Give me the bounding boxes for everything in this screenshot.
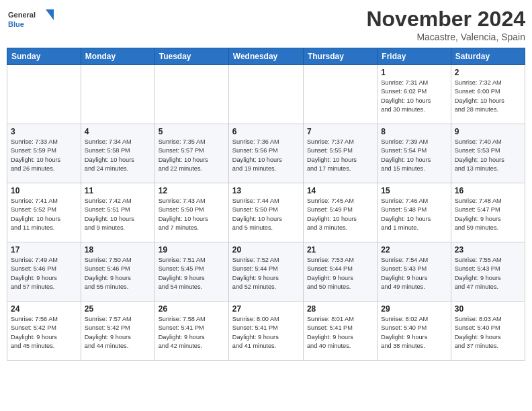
calendar-cell: 1Sunrise: 7:31 AM Sunset: 6:02 PM Daylig… xyxy=(378,65,451,124)
calendar-week-5: 24Sunrise: 7:56 AM Sunset: 5:42 PM Dayli… xyxy=(7,302,525,361)
day-number: 5 xyxy=(159,127,225,136)
svg-text:Blue: Blue xyxy=(8,20,24,28)
day-info: Sunrise: 7:33 AM Sunset: 5:59 PM Dayligh… xyxy=(11,138,77,173)
day-number: 27 xyxy=(232,304,300,314)
weekday-header-wednesday: Wednesday xyxy=(228,48,303,65)
day-info: Sunrise: 7:54 AM Sunset: 5:43 PM Dayligh… xyxy=(381,256,447,291)
calendar-cell: 6Sunrise: 7:36 AM Sunset: 5:56 PM Daylig… xyxy=(228,124,303,183)
day-number: 28 xyxy=(307,304,373,314)
calendar-cell: 7Sunrise: 7:37 AM Sunset: 5:55 PM Daylig… xyxy=(303,124,377,183)
day-number: 15 xyxy=(381,186,447,195)
day-number: 14 xyxy=(307,186,373,195)
calendar-week-3: 10Sunrise: 7:41 AM Sunset: 5:52 PM Dayli… xyxy=(7,183,525,242)
day-info: Sunrise: 7:43 AM Sunset: 5:50 PM Dayligh… xyxy=(159,197,225,232)
calendar-cell: 21Sunrise: 7:53 AM Sunset: 5:44 PM Dayli… xyxy=(303,242,377,302)
day-number: 22 xyxy=(381,245,447,255)
calendar-cell: 4Sunrise: 7:34 AM Sunset: 5:58 PM Daylig… xyxy=(81,124,154,183)
day-info: Sunrise: 7:42 AM Sunset: 5:51 PM Dayligh… xyxy=(85,197,151,232)
calendar-cell: 11Sunrise: 7:42 AM Sunset: 5:51 PM Dayli… xyxy=(81,183,154,242)
calendar-cell: 29Sunrise: 8:02 AM Sunset: 5:40 PM Dayli… xyxy=(378,302,451,361)
day-info: Sunrise: 7:58 AM Sunset: 5:41 PM Dayligh… xyxy=(159,315,225,351)
calendar-cell: 26Sunrise: 7:58 AM Sunset: 5:41 PM Dayli… xyxy=(154,302,228,361)
day-number: 19 xyxy=(159,245,225,255)
weekday-header-saturday: Saturday xyxy=(451,48,525,65)
day-info: Sunrise: 7:45 AM Sunset: 5:49 PM Dayligh… xyxy=(307,197,373,232)
day-number: 16 xyxy=(455,186,521,195)
day-info: Sunrise: 7:49 AM Sunset: 5:46 PM Dayligh… xyxy=(11,256,77,291)
svg-marker-0 xyxy=(46,9,54,20)
calendar-week-1: 1Sunrise: 7:31 AM Sunset: 6:02 PM Daylig… xyxy=(7,65,525,124)
day-number: 1 xyxy=(381,68,447,77)
calendar-cell: 30Sunrise: 8:03 AM Sunset: 5:40 PM Dayli… xyxy=(451,302,525,361)
day-info: Sunrise: 7:44 AM Sunset: 5:50 PM Dayligh… xyxy=(232,197,300,232)
calendar-cell: 5Sunrise: 7:35 AM Sunset: 5:57 PM Daylig… xyxy=(154,124,228,183)
day-number: 26 xyxy=(159,304,225,314)
month-title: November 2024 xyxy=(366,7,525,32)
calendar-cell: 27Sunrise: 8:00 AM Sunset: 5:41 PM Dayli… xyxy=(228,302,303,361)
calendar-cell: 3Sunrise: 7:33 AM Sunset: 5:59 PM Daylig… xyxy=(7,124,81,183)
calendar-cell: 24Sunrise: 7:56 AM Sunset: 5:42 PM Dayli… xyxy=(7,302,81,361)
day-info: Sunrise: 7:35 AM Sunset: 5:57 PM Dayligh… xyxy=(159,138,225,173)
location-title: Macastre, Valencia, Spain xyxy=(366,32,525,42)
calendar-cell: 2Sunrise: 7:32 AM Sunset: 6:00 PM Daylig… xyxy=(451,65,525,124)
day-number: 12 xyxy=(159,186,225,195)
calendar-week-2: 3Sunrise: 7:33 AM Sunset: 5:59 PM Daylig… xyxy=(7,124,525,183)
day-number: 10 xyxy=(11,186,77,195)
calendar-cell: 15Sunrise: 7:46 AM Sunset: 5:48 PM Dayli… xyxy=(378,183,451,242)
calendar-cell xyxy=(303,65,377,124)
day-info: Sunrise: 7:31 AM Sunset: 6:02 PM Dayligh… xyxy=(381,79,447,114)
day-number: 6 xyxy=(232,127,300,136)
calendar-cell: 19Sunrise: 7:51 AM Sunset: 5:45 PM Dayli… xyxy=(154,242,228,302)
weekday-header-sunday: Sunday xyxy=(7,48,81,65)
day-number: 8 xyxy=(381,127,447,136)
day-info: Sunrise: 7:37 AM Sunset: 5:55 PM Dayligh… xyxy=(307,138,373,173)
day-number: 18 xyxy=(85,245,151,255)
day-info: Sunrise: 7:36 AM Sunset: 5:56 PM Dayligh… xyxy=(232,138,300,173)
day-info: Sunrise: 7:51 AM Sunset: 5:45 PM Dayligh… xyxy=(159,256,225,291)
day-number: 7 xyxy=(307,127,373,136)
logo-wordmark: General Blue xyxy=(7,7,54,34)
calendar-cell: 10Sunrise: 7:41 AM Sunset: 5:52 PM Dayli… xyxy=(7,183,81,242)
day-number: 13 xyxy=(232,186,300,195)
calendar-cell: 13Sunrise: 7:44 AM Sunset: 5:50 PM Dayli… xyxy=(228,183,303,242)
day-number: 24 xyxy=(11,304,77,314)
day-number: 3 xyxy=(11,127,77,136)
calendar-cell xyxy=(154,65,228,124)
calendar-header-row: SundayMondayTuesdayWednesdayThursdayFrid… xyxy=(7,48,525,65)
day-info: Sunrise: 8:01 AM Sunset: 5:41 PM Dayligh… xyxy=(307,315,373,351)
calendar-cell: 14Sunrise: 7:45 AM Sunset: 5:49 PM Dayli… xyxy=(303,183,377,242)
weekday-header-friday: Friday xyxy=(378,48,451,65)
day-number: 29 xyxy=(381,304,447,314)
day-info: Sunrise: 7:46 AM Sunset: 5:48 PM Dayligh… xyxy=(381,197,447,232)
calendar-cell: 23Sunrise: 7:55 AM Sunset: 5:43 PM Dayli… xyxy=(451,242,525,302)
day-info: Sunrise: 7:57 AM Sunset: 5:42 PM Dayligh… xyxy=(85,315,151,351)
weekday-header-tuesday: Tuesday xyxy=(154,48,228,65)
calendar-cell: 18Sunrise: 7:50 AM Sunset: 5:46 PM Dayli… xyxy=(81,242,154,302)
weekday-header-thursday: Thursday xyxy=(303,48,377,65)
page-header: General Blue November 2024 Macastre, Val… xyxy=(7,7,525,42)
calendar-table: SundayMondayTuesdayWednesdayThursdayFrid… xyxy=(7,48,525,361)
day-info: Sunrise: 7:55 AM Sunset: 5:43 PM Dayligh… xyxy=(455,256,521,291)
day-number: 17 xyxy=(11,245,77,255)
day-info: Sunrise: 7:48 AM Sunset: 5:47 PM Dayligh… xyxy=(455,197,521,232)
calendar-cell xyxy=(228,65,303,124)
day-number: 11 xyxy=(85,186,151,195)
calendar-week-4: 17Sunrise: 7:49 AM Sunset: 5:46 PM Dayli… xyxy=(7,242,525,302)
day-number: 9 xyxy=(455,127,521,136)
day-info: Sunrise: 8:02 AM Sunset: 5:40 PM Dayligh… xyxy=(381,315,447,351)
day-info: Sunrise: 7:50 AM Sunset: 5:46 PM Dayligh… xyxy=(85,256,151,291)
svg-text:General: General xyxy=(8,11,36,19)
calendar-cell: 28Sunrise: 8:01 AM Sunset: 5:41 PM Dayli… xyxy=(303,302,377,361)
title-block: November 2024 Macastre, Valencia, Spain xyxy=(366,7,525,42)
day-number: 21 xyxy=(307,245,373,255)
calendar-cell: 22Sunrise: 7:54 AM Sunset: 5:43 PM Dayli… xyxy=(378,242,451,302)
calendar-cell xyxy=(7,65,81,124)
day-info: Sunrise: 7:56 AM Sunset: 5:42 PM Dayligh… xyxy=(11,315,77,351)
day-number: 25 xyxy=(85,304,151,314)
day-number: 23 xyxy=(455,245,521,255)
day-info: Sunrise: 7:39 AM Sunset: 5:54 PM Dayligh… xyxy=(381,138,447,173)
calendar-cell: 20Sunrise: 7:52 AM Sunset: 5:44 PM Dayli… xyxy=(228,242,303,302)
day-info: Sunrise: 7:40 AM Sunset: 5:53 PM Dayligh… xyxy=(455,138,521,173)
logo: General Blue xyxy=(7,7,56,34)
day-info: Sunrise: 7:53 AM Sunset: 5:44 PM Dayligh… xyxy=(307,256,373,291)
